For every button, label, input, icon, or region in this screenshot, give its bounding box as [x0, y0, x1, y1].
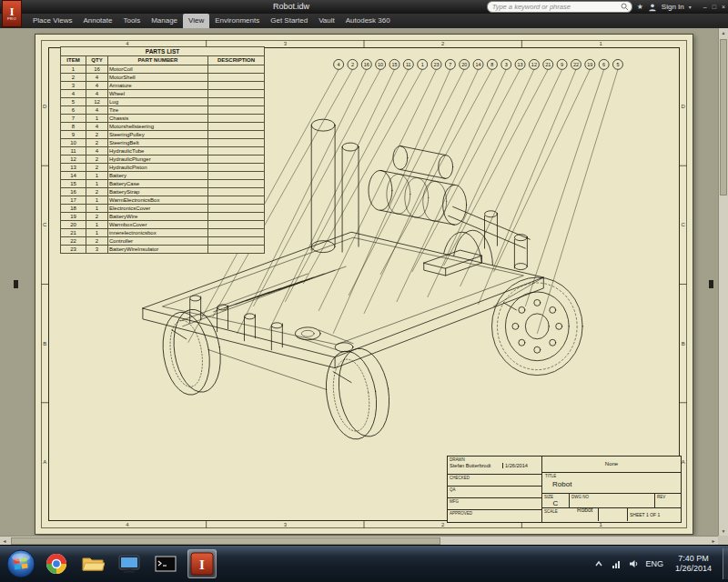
maximize-button[interactable]: □ [713, 0, 716, 14]
console-taskbar-button[interactable] [151, 549, 180, 578]
tab-tools[interactable]: Tools [117, 14, 146, 28]
volume-icon[interactable] [628, 558, 639, 569]
sign-in-caret-icon[interactable]: ▾ [689, 4, 692, 10]
clock[interactable]: 7:40 PM 1/26/2014 [670, 554, 717, 574]
canvas-right-marker [709, 280, 713, 288]
titlebar: Robot.idw ★ Sign In ▾ – □ × [0, 0, 728, 14]
inventor-app-icon[interactable]: I PRO [2, 0, 22, 27]
tab-environments[interactable]: Environments [209, 14, 265, 28]
balloon[interactable]: 4 [334, 59, 344, 69]
tab-vault[interactable]: Vault [313, 14, 340, 28]
zone-label-right: B [682, 341, 685, 346]
scroll-down-arrow[interactable]: ▼ [719, 527, 728, 536]
balloon[interactable]: 14 [473, 59, 483, 69]
parts-row: 34Armature [61, 82, 265, 90]
balloon[interactable]: 1 [418, 59, 428, 69]
drawing-sheet[interactable]: 44332211DDCCBBAA421610151112372014831312… [35, 34, 693, 535]
zone-label-bottom: 2 [441, 522, 445, 527]
vertical-scrollbar-thumb[interactable] [720, 39, 727, 196]
explorer-taskbar-button[interactable] [78, 549, 107, 578]
rev-label: REV [657, 495, 679, 499]
drawing-canvas[interactable]: 44332211DDCCBBAA421610151112372014831312… [0, 28, 728, 546]
tab-place-views[interactable]: Place Views [27, 14, 77, 28]
balloon[interactable]: 2 [348, 59, 358, 69]
drawn-cell: DRAWN Stefan Butterbrodt 1/26/2014 [448, 457, 541, 475]
balloon[interactable]: 11 [403, 59, 413, 69]
balloon[interactable]: 8 [487, 59, 497, 69]
horizontal-scrollbar-thumb[interactable] [11, 537, 440, 545]
svg-text:8: 8 [490, 62, 493, 67]
balloon[interactable]: 20 [460, 59, 470, 69]
sheet-of-value: SHEET 1 OF 1 [628, 508, 681, 521]
start-button[interactable] [5, 547, 37, 580]
inventor-taskbar-button[interactable]: I [187, 549, 217, 578]
svg-text:10: 10 [378, 62, 383, 67]
minimize-button[interactable]: – [703, 0, 707, 14]
user-icon[interactable] [648, 3, 657, 12]
size-value: C [544, 499, 567, 507]
vertical-scrollbar[interactable]: ▲ ▼ [718, 28, 728, 536]
weight-cell [599, 508, 628, 521]
balloon[interactable]: 19 [585, 59, 595, 69]
search-icon[interactable] [621, 3, 629, 11]
parts-row: 92SteeringPulley [61, 131, 265, 139]
parts-row: 132HydraulicPiston [61, 164, 265, 172]
balloon[interactable]: 3 [501, 59, 511, 69]
balloon-leader [412, 69, 521, 272]
balloon[interactable]: 16 [361, 59, 371, 69]
parts-row: 222Controller [61, 237, 265, 246]
svg-text:12: 12 [531, 62, 537, 67]
parts-row: 151BatteryCase [61, 180, 265, 188]
svg-text:16: 16 [364, 62, 369, 67]
clock-date: 1/26/2014 [670, 564, 717, 574]
drawn-name: Stefan Butterbrodt [450, 463, 501, 468]
logo-letter: I [10, 7, 15, 16]
parts-row: 171WarmElectronicsBox [61, 196, 265, 205]
drawn-label: DRAWN [450, 457, 540, 462]
balloon[interactable]: 10 [376, 59, 386, 69]
favorites-icon[interactable]: ★ [637, 0, 643, 14]
checked-cell: CHECKED [448, 475, 541, 487]
sign-in-button[interactable]: Sign In [662, 3, 684, 11]
tab-get-started[interactable]: Get Started [265, 14, 313, 28]
balloon[interactable]: 23 [431, 59, 441, 69]
parts-row: 84Motorshellsteering [61, 123, 265, 131]
zone-label-top: 1 [599, 41, 602, 46]
balloon-leader [537, 69, 618, 333]
tab-annotate[interactable]: Annotate [77, 14, 117, 28]
chrome-taskbar-button[interactable] [42, 549, 71, 578]
balloon[interactable]: 21 [543, 59, 553, 69]
qa-cell: QA [448, 487, 541, 498]
balloon-leader [380, 69, 492, 275]
svg-text:I: I [199, 557, 205, 572]
hidden-icons-chevron-icon[interactable] [593, 558, 604, 569]
balloon[interactable]: 12 [529, 59, 539, 69]
display-app-taskbar-button[interactable] [115, 549, 144, 578]
balloon[interactable]: 15 [389, 59, 399, 69]
scroll-up-arrow[interactable]: ▲ [719, 28, 728, 37]
parts-row: 114HydraulicTube [61, 147, 265, 156]
tab-manage[interactable]: Manage [146, 14, 183, 28]
zone-label-bottom: 3 [284, 522, 288, 527]
taskbar-icons: I [42, 547, 217, 580]
balloon[interactable]: 22 [571, 59, 581, 69]
balloon[interactable]: 5 [613, 59, 623, 69]
parts-row: 512Lug [61, 98, 265, 106]
network-icon[interactable] [611, 558, 622, 569]
search-box[interactable] [487, 1, 632, 13]
close-button[interactable]: × [722, 0, 725, 14]
balloon[interactable]: 6 [599, 59, 609, 69]
balloon[interactable]: 13 [515, 59, 525, 69]
balloon[interactable]: 7 [445, 59, 455, 69]
parts-row: 64Tire [61, 106, 265, 115]
tab-view[interactable]: View [183, 14, 209, 28]
show-desktop-button[interactable] [723, 548, 728, 579]
search-input[interactable] [490, 2, 621, 12]
zone-label-right: A [682, 459, 685, 465]
language-indicator[interactable]: ENG [645, 559, 663, 568]
balloon[interactable]: 9 [557, 59, 567, 69]
title-block: DRAWN Stefan Butterbrodt 1/26/2014 CHECK… [447, 456, 682, 523]
tab-autodesk-360[interactable]: Autodesk 360 [340, 14, 396, 28]
parts-row: 44Wheel [61, 90, 265, 98]
parts-row: 211innerelectronicsbox [61, 229, 265, 237]
